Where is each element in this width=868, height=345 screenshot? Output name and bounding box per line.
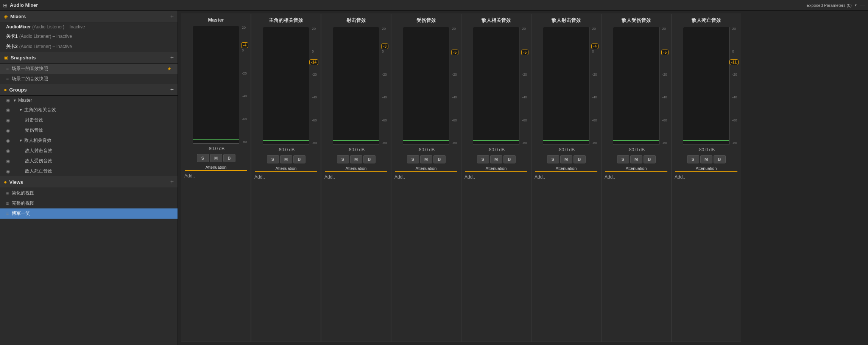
views-add-button[interactable]: + — [170, 179, 174, 185]
view-simplified[interactable]: ≡ 简化的视图 — [0, 188, 178, 198]
add-button-hurt-sfx[interactable]: Add.. — [391, 173, 461, 181]
fader-track-master[interactable] — [193, 26, 239, 144]
snapshot-item-1[interactable]: ≡ 场景一的音效快照 ★ — [0, 64, 178, 74]
smb-btn-m-main-related[interactable]: M — [280, 155, 292, 163]
group-master[interactable]: ◉ ▼ Master — [0, 96, 178, 105]
attenuation-label-shoot-sfx: Attenuation — [325, 166, 387, 171]
fader-area-master[interactable]: 200-20-40-60-80-4 — [181, 24, 251, 145]
fader-green-line-shoot-sfx — [333, 140, 379, 141]
fader-area-enemy-hurt[interactable]: 200-20-40-60-80-5 — [602, 25, 671, 146]
channel-strip-shoot-sfx: 射击音效200-20-40-60-80-3-80.0 dBSMBAttenuat… — [321, 14, 391, 342]
group-enemy-die[interactable]: ◉ 敌人死亡音效 — [0, 166, 178, 176]
add-button-main-related[interactable]: Add.. — [251, 173, 321, 181]
fader-track-enemy-shoot[interactable] — [543, 27, 589, 145]
add-button-master[interactable]: Add.. — [181, 172, 251, 180]
smb-btn-m-enemy-hurt[interactable]: M — [630, 155, 642, 163]
mixers-section-header[interactable]: ◈ Mixers + — [0, 11, 178, 22]
fader-scale-hurt-sfx: 200-20-40-60-80 — [452, 25, 457, 146]
smb-btn-s-enemy-hurt[interactable]: S — [617, 155, 629, 163]
fader-area-main-related[interactable]: 200-20-40-60-80-14 — [251, 25, 321, 146]
snapshots-section-header[interactable]: ◉ Snapshots + — [0, 52, 178, 64]
db-value-master: -80.0 dB — [207, 146, 224, 151]
smb-btn-s-enemy-die[interactable]: S — [687, 155, 699, 163]
group-enemy-die-label: 敌人死亡音效 — [25, 168, 52, 174]
fader-area-shoot-sfx[interactable]: 200-20-40-60-80-3 — [321, 25, 391, 146]
group-enemy-shoot[interactable]: ◉ 敌人射击音效 — [0, 146, 178, 156]
mixer-item-audiomixer[interactable]: AudioMixer(Audio Listener) – Inactive — [0, 22, 178, 31]
smb-btn-s-enemy-related[interactable]: S — [477, 155, 489, 163]
fader-track-enemy-die[interactable] — [683, 27, 729, 145]
groups-add-button[interactable]: + — [170, 86, 174, 93]
minimize-button[interactable]: — — [860, 2, 865, 8]
smb-row-enemy-related: SMB — [477, 155, 516, 163]
attenuation-line-shoot-sfx — [325, 171, 387, 172]
smb-btn-b-shoot-sfx[interactable]: B — [363, 155, 376, 163]
views-section-header[interactable]: ● Views + — [0, 176, 178, 188]
snapshot-item-2[interactable]: ≡ 场景二的音效快照 — [0, 74, 178, 84]
attenuation-bar-enemy-related: Attenuation — [465, 166, 527, 172]
group-enemy-hurt[interactable]: ◉ 敌人受伤音效 — [0, 156, 178, 166]
add-button-enemy-die[interactable]: Add.. — [672, 173, 741, 181]
smb-btn-m-enemy-related[interactable]: M — [490, 155, 502, 163]
smb-btn-m-hurt-sfx[interactable]: M — [420, 155, 432, 163]
arrow-master: ▼ — [13, 98, 17, 103]
mixer-item-guanka2[interactable]: 关卡2(Audio Listener) – Inactive — [0, 42, 178, 52]
fader-area-hurt-sfx[interactable]: 200-20-40-60-80-5 — [391, 25, 461, 146]
fader-area-enemy-die[interactable]: 200-20-40-60-80-11 — [672, 25, 741, 146]
smb-btn-m-enemy-die[interactable]: M — [700, 155, 712, 163]
channel-name-main-related: 主角的相关音效 — [251, 14, 321, 25]
attenuation-bar-shoot-sfx: Attenuation — [325, 166, 387, 172]
add-button-enemy-related[interactable]: Add.. — [461, 173, 531, 181]
snapshots-add-button[interactable]: + — [170, 54, 174, 61]
fader-area-enemy-related[interactable]: 200-20-40-60-80-5 — [461, 25, 531, 146]
groups-section-header[interactable]: ● Groups + — [0, 84, 178, 96]
attenuation-bar-enemy-shoot: Attenuation — [535, 166, 597, 172]
fader-track-main-related[interactable] — [263, 27, 309, 145]
fader-track-shoot-sfx[interactable] — [333, 27, 379, 145]
group-enemy-hurt-label: 敌人受伤音效 — [25, 158, 52, 164]
view-bojun[interactable]: ≡ 博军一笑 — [0, 208, 178, 219]
attenuation-label-master: Attenuation — [185, 165, 247, 169]
add-button-enemy-hurt[interactable]: Add.. — [602, 173, 671, 181]
db-badge-hurt-sfx: -5 — [451, 50, 458, 55]
smb-btn-b-main-related[interactable]: B — [293, 155, 305, 163]
smb-btn-s-shoot-sfx[interactable]: S — [337, 155, 349, 163]
smb-btn-b-enemy-die[interactable]: B — [714, 155, 726, 163]
channel-name-enemy-shoot: 敌人射击音效 — [531, 14, 601, 25]
add-button-shoot-sfx[interactable]: Add.. — [321, 173, 391, 181]
smb-btn-s-enemy-shoot[interactable]: S — [547, 155, 559, 163]
smb-btn-s-hurt-sfx[interactable]: S — [407, 155, 419, 163]
snapshots-icon: ◉ — [4, 54, 8, 61]
smb-btn-m-master[interactable]: M — [210, 154, 222, 162]
view-complete[interactable]: ≡ 完整的视图 — [0, 198, 178, 208]
group-hurt-sfx[interactable]: ◉ 受伤音效 — [0, 125, 178, 135]
sidebar: ◈ Mixers + AudioMixer(Audio Listener) – … — [0, 11, 178, 345]
smb-btn-b-enemy-related[interactable]: B — [503, 155, 516, 163]
smb-btn-m-enemy-shoot[interactable]: M — [560, 155, 572, 163]
group-shoot-sfx[interactable]: ◉ 射击音效 — [0, 115, 178, 125]
fader-area-enemy-shoot[interactable]: 200-20-40-60-80-4 — [531, 25, 601, 146]
smb-btn-m-shoot-sfx[interactable]: M — [350, 155, 362, 163]
smb-btn-b-enemy-hurt[interactable]: B — [644, 155, 656, 163]
smb-btn-b-hurt-sfx[interactable]: B — [433, 155, 446, 163]
mixers-icon: ◈ — [4, 13, 8, 19]
group-enemy-related[interactable]: ◉ ▼ 敌人相关音效 — [0, 135, 178, 146]
channel-strip-enemy-hurt: 敌人受伤音效200-20-40-60-80-5-80.0 dBSMBAttenu… — [601, 14, 671, 342]
smb-btn-b-enemy-shoot[interactable]: B — [573, 155, 586, 163]
eye-enemy-die: ◉ — [6, 169, 10, 174]
attenuation-label-enemy-hurt: Attenuation — [605, 166, 667, 171]
add-button-enemy-shoot[interactable]: Add.. — [531, 173, 601, 181]
attenuation-line-enemy-related — [465, 171, 527, 172]
smb-row-hurt-sfx: SMB — [407, 155, 446, 163]
eye-shoot-sfx: ◉ — [6, 118, 10, 123]
group-main-related[interactable]: ◉ ▼ 主角的相关音效 — [0, 105, 178, 115]
smb-btn-b-master[interactable]: B — [223, 154, 235, 162]
mixers-add-button[interactable]: + — [170, 13, 174, 20]
view-simplified-label: 简化的视图 — [12, 190, 34, 196]
mixer-item-guanka1[interactable]: 关卡1(Audio Listener) – Inactive — [0, 31, 178, 42]
fader-track-hurt-sfx[interactable] — [403, 27, 449, 145]
smb-btn-s-master[interactable]: S — [197, 154, 209, 162]
fader-track-enemy-hurt[interactable] — [613, 27, 659, 145]
smb-btn-s-main-related[interactable]: S — [267, 155, 279, 163]
fader-track-enemy-related[interactable] — [473, 27, 519, 145]
